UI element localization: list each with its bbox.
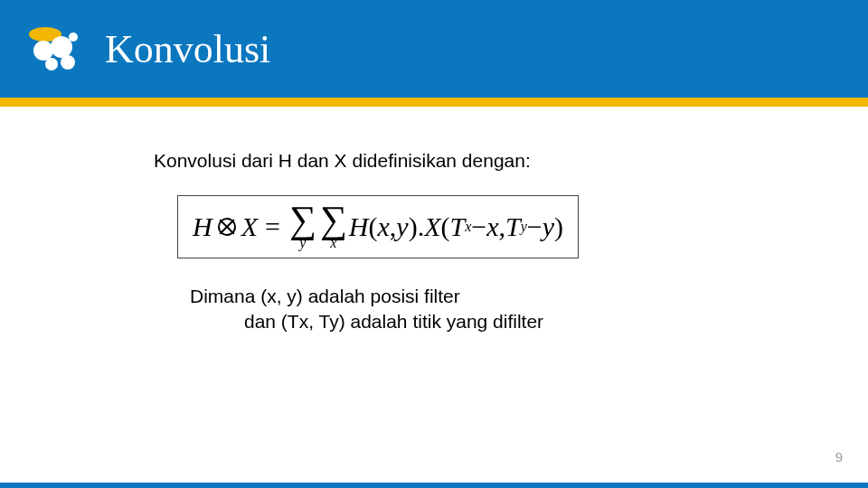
minus-2: − [527, 211, 542, 242]
paren-open-2: ( [440, 211, 449, 242]
formula-rhs-h: H [349, 211, 369, 242]
intro-text: Konvolusi dari H dan X didefinisikan den… [154, 150, 832, 172]
svg-point-2 [51, 36, 72, 58]
slide-header: Konvolusi [0, 0, 868, 98]
slide-content: Konvolusi dari H dan X didefinisikan den… [0, 107, 868, 334]
arg-y: y [396, 211, 408, 242]
formula-lhs-x: X [241, 211, 258, 242]
comma-2: , [499, 211, 506, 242]
arg-y2: y [542, 211, 554, 242]
minus-1: − [471, 211, 486, 242]
sigma-x: ∑ x [320, 203, 347, 250]
t1: T [449, 211, 465, 242]
formula-eq: = [265, 211, 280, 242]
svg-point-5 [69, 33, 78, 42]
accent-bar [0, 98, 868, 107]
brand-logo [25, 20, 83, 78]
t2-sub: y [521, 219, 527, 235]
paren-close-1: ). [409, 211, 425, 242]
explain-line1: Dimana (x, y) adalah posisi filter [190, 286, 460, 306]
svg-point-1 [33, 41, 53, 61]
formula-rhs-x: X [424, 211, 440, 242]
paren-open-1: ( [369, 211, 378, 242]
paren-close-2: ) [554, 211, 563, 242]
arg-x: x [378, 211, 390, 242]
explanation: Dimana (x, y) adalah posisi filter dan (… [190, 284, 832, 335]
convolution-formula: H X = ∑ y ∑ x H ( x , y ). X ( T x − x , [193, 203, 563, 250]
footer-bar [0, 483, 868, 488]
slide-title: Konvolusi [105, 26, 270, 72]
arg-x2: x [486, 211, 498, 242]
formula-lhs-h: H [193, 211, 212, 242]
t2: T [505, 211, 521, 242]
explain-line2: dan (Tx, Ty) adalah titik yang difilter [190, 309, 832, 334]
svg-point-4 [45, 58, 58, 70]
svg-point-3 [61, 55, 75, 70]
sigma-y: ∑ y [289, 203, 316, 250]
t1-sub: x [465, 219, 471, 235]
page-number: 9 [835, 449, 843, 465]
otimes-icon [218, 218, 236, 236]
formula-box: H X = ∑ y ∑ x H ( x , y ). X ( T x − x , [177, 195, 579, 258]
